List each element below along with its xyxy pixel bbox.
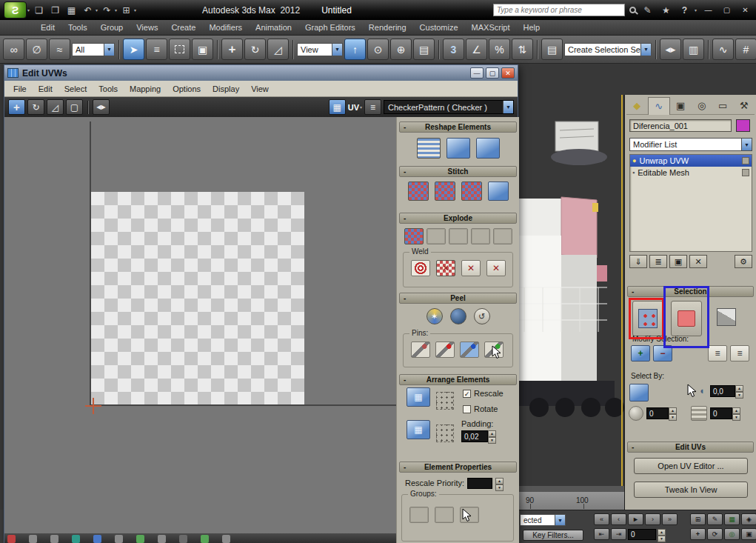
help-caret-icon[interactable]: ▾ [695, 7, 697, 13]
go-to-start-button[interactable]: « [594, 513, 609, 525]
uvw-scale-icon[interactable]: ◿ [47, 99, 64, 115]
window-minimize-button[interactable]: — [701, 4, 715, 16]
orbit-icon[interactable]: ⟳ [707, 528, 723, 540]
uvw-bottom-icon[interactable] [50, 535, 58, 543]
selection-filter-dropdown[interactable]: All ▼ [72, 43, 115, 56]
window-crossing-icon[interactable]: ▣ [192, 39, 213, 60]
create-group-icon[interactable] [409, 507, 429, 523]
relax-until-flat-icon[interactable] [476, 138, 500, 159]
uv-channel-caret-icon[interactable]: ▾ [360, 104, 362, 110]
edit-uvws-titlebar[interactable]: Edit UVWs — ▢ ✕ [4, 65, 518, 81]
uvw-move-icon[interactable]: + [8, 99, 25, 115]
next-key-button[interactable]: › [645, 513, 660, 525]
uvw-bottom-icon[interactable] [136, 535, 144, 543]
menu-views[interactable]: Views [130, 21, 164, 33]
tab-hierarchy[interactable]: ▣ [670, 97, 692, 115]
weld-all-icon[interactable]: ✕ [486, 260, 506, 276]
select-and-scale-icon[interactable]: ◿ [267, 39, 289, 60]
dropdown-arrow-icon[interactable]: ▼ [555, 515, 565, 525]
uvw-bottom-icon[interactable] [93, 535, 101, 543]
menu-maxscript[interactable]: MAXScript [465, 21, 517, 33]
angle-snap-icon[interactable]: ∠ [466, 39, 487, 60]
menu-edit[interactable]: Edit [34, 21, 61, 33]
previous-key-button[interactable]: ‹ [611, 513, 626, 525]
undo-caret-icon[interactable]: ▾ [96, 7, 98, 13]
spin-down-icon[interactable]: ▼ [658, 536, 666, 542]
percent-snap-icon[interactable]: % [489, 39, 510, 60]
spin-down-icon[interactable]: ▼ [669, 414, 677, 421]
spin-up-icon[interactable]: ▲ [735, 385, 743, 392]
make-unique-icon[interactable]: ▣ [669, 255, 687, 268]
uvw-bottom-icon[interactable] [29, 535, 37, 543]
tab-display[interactable]: ▭ [712, 97, 734, 115]
save-file-icon[interactable]: ▦ [64, 3, 78, 17]
align-icon[interactable]: ▥ [683, 39, 704, 60]
project-folder-icon[interactable]: ⊞ [119, 3, 133, 17]
pack-normalize-icon[interactable]: ▦ [407, 387, 430, 407]
pan-view-icon[interactable]: + [690, 528, 706, 540]
snaps-toggle-icon[interactable]: 3 [443, 39, 464, 60]
spin-down-icon[interactable]: ▼ [732, 414, 740, 421]
dropdown-arrow-icon[interactable]: ▼ [332, 44, 342, 56]
uvw-bottom-icon[interactable] [179, 535, 187, 543]
peel-mode-icon[interactable] [450, 308, 466, 324]
configure-modifier-sets-icon[interactable]: ⚙ [735, 255, 752, 268]
edit-named-selection-sets-icon[interactable]: ▤ [541, 39, 563, 60]
auto-key-icon[interactable]: ✎ [707, 513, 723, 525]
stack-toggle-icon[interactable] [742, 157, 749, 164]
select-and-link-icon[interactable]: ∞ [3, 39, 24, 60]
max-logo-icon[interactable]: S [4, 1, 27, 19]
uvw-bottom-icon[interactable] [201, 535, 209, 543]
new-scene-icon[interactable]: ❏ [32, 3, 46, 17]
spin-down-icon[interactable]: ▼ [735, 392, 743, 399]
redo-caret-icon[interactable]: ▾ [115, 7, 117, 13]
key-filters-button[interactable]: Key Filters... [523, 530, 583, 541]
tweak-in-view-button[interactable]: Tweak In View [634, 482, 748, 498]
zoom-region-icon[interactable]: ◈ [741, 513, 756, 525]
quick-peel-icon[interactable]: ✶ [426, 308, 443, 324]
window-maximize-button[interactable]: ▢ [720, 4, 734, 16]
weld-selected-icon[interactable]: ✕ [436, 260, 455, 276]
communication-center-icon[interactable]: ✎ [640, 3, 655, 17]
spinner-snap-icon[interactable]: ⇅ [512, 39, 533, 60]
break-icon[interactable]: ✕ [461, 260, 481, 276]
padding-spinner[interactable]: 0,02 ▲▼ [461, 430, 496, 442]
select-and-manipulate-icon[interactable]: ⊕ [390, 39, 412, 60]
target-weld-icon[interactable] [411, 260, 430, 276]
dropdown-arrow-icon[interactable]: ▼ [741, 139, 752, 150]
rescale-priority-field[interactable] [467, 478, 492, 489]
menu-help[interactable]: Help [517, 21, 547, 33]
play-button[interactable]: ► [628, 513, 643, 525]
unlink-selection-icon[interactable]: ∅ [26, 39, 47, 60]
pattern-dropdown[interactable]: CheckerPattern ( Checker ) ▼ [384, 100, 514, 114]
rectangular-selection-region-icon[interactable] [169, 39, 190, 60]
element-cube-icon[interactable] [717, 308, 736, 326]
tab-create[interactable]: ◆ [626, 97, 648, 115]
project-caret-icon[interactable]: ▾ [134, 7, 136, 13]
redo-icon[interactable]: ↷ [100, 3, 114, 17]
peel-header[interactable]: - Peel [399, 293, 517, 304]
spin-up-icon[interactable]: ▲ [658, 529, 666, 536]
planar-angle-value[interactable]: 0,0 [710, 385, 735, 397]
keyboard-shortcut-override-icon[interactable]: ▤ [413, 39, 435, 60]
checker-texture-tile[interactable] [91, 192, 304, 404]
uvw-bottom-icon[interactable] [72, 535, 80, 543]
menu-animation[interactable]: Animation [249, 21, 298, 33]
zoom-icon[interactable]: ◎ [724, 528, 740, 540]
selected-tracks-dropdown[interactable]: ected ▼ [520, 514, 566, 526]
edge-angle-spinner[interactable]: 0 ▲▼ [646, 407, 677, 419]
mirror-icon[interactable]: ◀▶ [660, 39, 681, 60]
open-file-icon[interactable]: ❐ [48, 3, 62, 17]
stack-toggle-icon[interactable] [742, 169, 749, 176]
uvw-menu-tools[interactable]: Tools [93, 83, 124, 95]
select-loop-icon[interactable]: ≡ [708, 345, 727, 362]
modifier-list-dropdown[interactable]: Modifier List ▼ [629, 138, 752, 151]
rescale-checkbox[interactable]: ✓ [463, 390, 471, 398]
menu-rendering[interactable]: Rendering [362, 21, 413, 33]
uvw-bottom-icon[interactable] [222, 535, 230, 543]
select-and-rotate-icon[interactable]: ↻ [244, 39, 266, 60]
straighten-selection-icon[interactable] [446, 138, 470, 159]
uvw-freeform-icon[interactable]: ▢ [66, 99, 83, 115]
zoom-extents-icon[interactable]: ▦ [724, 513, 740, 525]
select-ring-icon[interactable]: ≡ [730, 345, 749, 362]
